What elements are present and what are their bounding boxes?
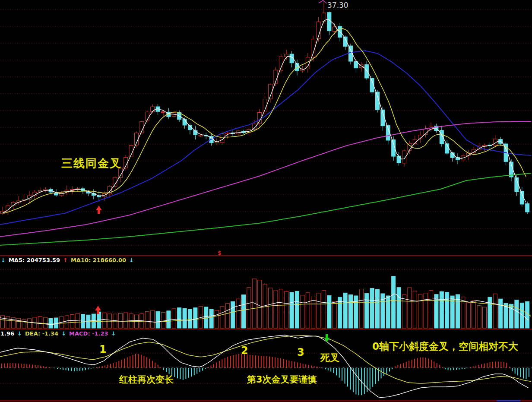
volume-bar xyxy=(343,293,347,328)
note-red-columns-longer: 红柱再次变长 xyxy=(119,375,174,385)
macd-histogram-bar xyxy=(227,357,228,368)
macd-histogram-bar xyxy=(420,358,421,368)
macd-histogram-bar xyxy=(450,368,451,370)
macd-histogram-bar xyxy=(464,368,465,369)
macd-histogram-bar xyxy=(417,358,418,368)
volume-bar xyxy=(285,291,288,328)
macd-down-arrow-icon: ↓ xyxy=(111,331,116,337)
volume-bar xyxy=(418,294,422,328)
macd-header: 1.96 ↓ DEA: -1.34 ↓ MACD: -1.23 ↓ xyxy=(0,331,116,337)
volume-bar xyxy=(151,310,155,328)
volume-bar xyxy=(225,304,229,328)
volume-bar xyxy=(6,317,10,328)
macd-histogram-bar xyxy=(185,368,186,379)
macd-histogram-bar xyxy=(24,364,25,368)
macd-histogram-bar xyxy=(453,368,454,370)
macd-histogram-bar xyxy=(79,368,80,371)
macd-histogram-bar xyxy=(481,364,482,368)
volume-bar xyxy=(236,299,240,328)
macd-histogram-bar xyxy=(110,364,111,368)
macd-histogram-bar xyxy=(230,356,231,368)
macd-histogram-bar xyxy=(21,364,22,368)
volume-bar xyxy=(102,313,106,328)
macd-histogram-bar xyxy=(38,365,38,368)
volume-bar xyxy=(440,291,443,328)
volume-bar xyxy=(220,306,224,328)
macd-histogram-bar xyxy=(336,368,337,375)
macd-histogram-bar xyxy=(358,368,359,395)
volume-bar xyxy=(354,296,358,328)
macd-histogram-bar xyxy=(314,366,315,368)
golden-cross-number-2: 2 xyxy=(241,345,248,356)
ma10-yellow xyxy=(3,28,526,214)
macd-histogram-bar xyxy=(515,368,516,374)
candle-body xyxy=(215,142,219,143)
volume-bar xyxy=(247,288,251,328)
volume-bar xyxy=(295,291,299,328)
candle-body xyxy=(151,107,155,111)
volume-bar xyxy=(322,291,326,328)
volume-lead-down-arrow-icon: ↓ xyxy=(1,257,6,263)
macd-histogram-bar xyxy=(467,368,468,368)
macd-histogram-bar xyxy=(275,357,276,368)
macd-histogram-bar xyxy=(43,366,44,368)
macd-histogram-bar xyxy=(333,368,334,373)
macd-histogram-bar xyxy=(431,360,432,368)
macd-histogram-bar xyxy=(487,363,488,368)
macd-histogram-bar xyxy=(133,355,133,368)
volume-header: ↓ MA5: 204753.59 ↑ MA10: 218660.00 ↓ xyxy=(1,257,134,263)
macd-histogram-bar xyxy=(66,368,66,370)
candle-body xyxy=(199,135,203,136)
macd-histogram-bar xyxy=(375,368,376,384)
volume-bar xyxy=(145,312,149,328)
macd-histogram-bar xyxy=(104,365,105,368)
macd-histogram-bar xyxy=(470,367,471,368)
volume-bar xyxy=(172,309,176,328)
macd-histogram-bar xyxy=(414,359,415,368)
macd-histogram-bar xyxy=(40,366,41,368)
buy-signal-arrow-icon xyxy=(96,206,102,214)
macd-histogram-bar xyxy=(300,363,301,368)
macd-histogram-bar xyxy=(422,358,423,368)
volume-bar xyxy=(269,288,272,328)
macd-histogram-bar xyxy=(49,367,50,368)
macd-histogram-bar xyxy=(135,354,136,368)
macd-histogram-bar xyxy=(484,364,485,368)
macd-histogram-bar xyxy=(389,368,390,371)
volume-bar xyxy=(445,292,449,328)
macd-histogram-bar xyxy=(311,365,312,368)
peak-tick-mark xyxy=(319,0,327,3)
macd-histogram-bar xyxy=(500,362,501,368)
note-small-slope-golden-cross: 0轴下小斜度金叉，空间相对不大 xyxy=(372,341,518,352)
candle-body xyxy=(162,112,165,113)
macd-histogram-bar xyxy=(520,368,521,377)
macd-histogram-bar xyxy=(202,368,203,370)
macd-histogram-bar xyxy=(512,368,513,371)
volume-bar xyxy=(392,276,396,328)
volume-ma10-down-arrow-icon: ↓ xyxy=(129,257,134,263)
macd-histogram-bar xyxy=(392,368,393,369)
volume-bar xyxy=(317,293,320,328)
macd-histogram-bar xyxy=(506,363,507,368)
macd-histogram-bar xyxy=(286,360,287,368)
volume-bar xyxy=(177,308,181,328)
volume-bar xyxy=(258,280,262,328)
macd-histogram-bar xyxy=(403,363,404,368)
macd-histogram-bar xyxy=(18,364,19,368)
macd-histogram-bar xyxy=(263,356,264,368)
volume-bar xyxy=(488,297,492,328)
peak-price-label: 37.30 xyxy=(327,1,348,9)
macd-histogram-bar xyxy=(91,368,92,369)
macd-histogram-bar xyxy=(490,362,491,368)
volume-bar xyxy=(434,294,438,328)
macd-histogram-bar xyxy=(294,362,295,368)
macd-histogram-bar xyxy=(188,368,189,378)
macd-histogram-bar xyxy=(1,364,2,368)
macd-histogram-bar xyxy=(383,368,384,376)
volume-bar xyxy=(1,316,5,328)
macd-histogram-bar xyxy=(102,366,103,368)
macd-histogram-bar xyxy=(412,360,412,368)
macd-histogram-bar xyxy=(266,356,267,368)
macd-histogram-bar xyxy=(509,367,510,368)
volume-bar xyxy=(231,301,235,328)
